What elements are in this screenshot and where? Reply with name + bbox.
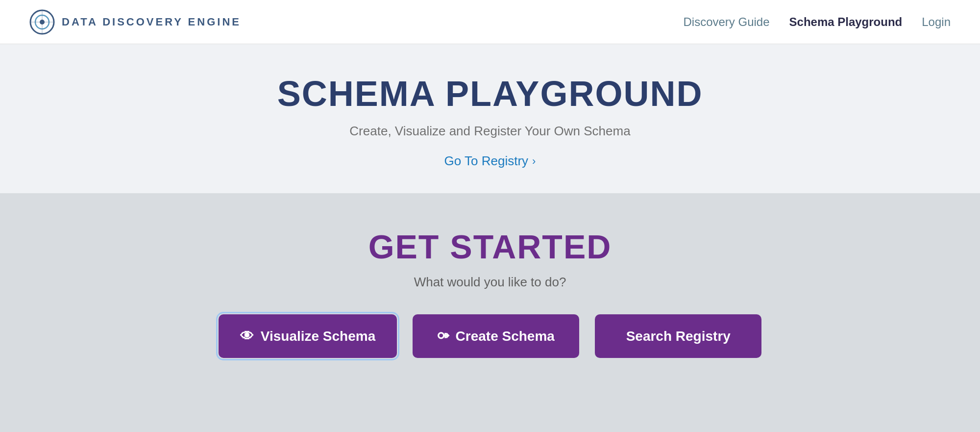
visualize-schema-button[interactable]: 👁 Visualize Schema <box>219 314 397 358</box>
create-icon: ⚩ <box>438 328 449 344</box>
hero-subtitle: Create, Visualize and Register Your Own … <box>20 124 960 139</box>
get-started-section: GET STARTED What would you like to do? 👁… <box>0 193 980 432</box>
logo-text: DATA DISCOVERY ENGINE <box>62 16 241 28</box>
chevron-right-icon: › <box>532 155 536 168</box>
action-buttons: 👁 Visualize Schema ⚩ Create Schema Searc… <box>20 314 960 358</box>
create-schema-button[interactable]: ⚩ Create Schema <box>413 314 579 358</box>
nav-links: Discovery Guide Schema Playground Login <box>683 15 951 29</box>
get-started-title: GET STARTED <box>20 228 960 266</box>
go-to-registry-link[interactable]: Go To Registry › <box>444 153 536 169</box>
visualize-icon: 👁 <box>240 328 254 344</box>
search-registry-button[interactable]: Search Registry <box>595 314 761 358</box>
hero-section: SCHEMA PLAYGROUND Create, Visualize and … <box>0 44 980 193</box>
create-schema-label: Create Schema <box>456 329 555 344</box>
page-title: SCHEMA PLAYGROUND <box>20 74 960 114</box>
search-registry-label: Search Registry <box>626 329 731 344</box>
logo-area: DATA DISCOVERY ENGINE <box>29 9 241 35</box>
header: DATA DISCOVERY ENGINE Discovery Guide Sc… <box>0 0 980 44</box>
get-started-subtitle: What would you like to do? <box>20 275 960 290</box>
logo-icon <box>29 9 55 35</box>
go-to-registry-label: Go To Registry <box>444 153 528 169</box>
nav-discovery-guide[interactable]: Discovery Guide <box>683 15 769 29</box>
nav-login[interactable]: Login <box>922 15 951 29</box>
nav-schema-playground[interactable]: Schema Playground <box>789 15 903 29</box>
visualize-schema-label: Visualize Schema <box>261 329 376 344</box>
